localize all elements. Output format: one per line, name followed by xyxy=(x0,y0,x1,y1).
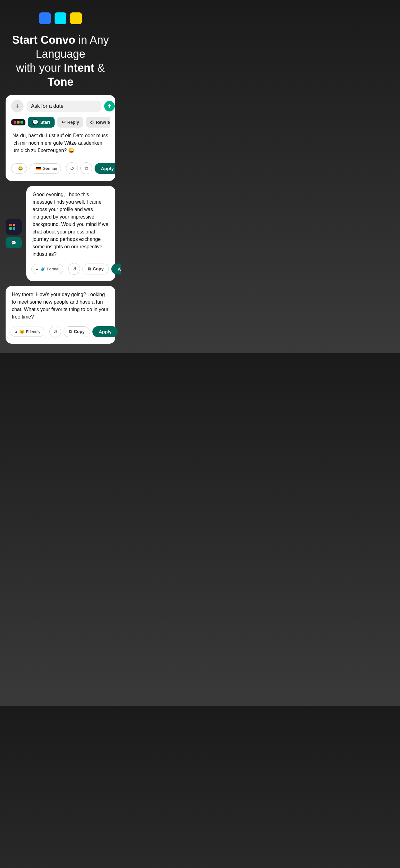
tab-stub-label: 💬 xyxy=(11,241,16,245)
search-input-wrap xyxy=(27,101,101,112)
dot-red xyxy=(14,121,16,124)
dot-cyan xyxy=(55,12,66,24)
apply-button-3[interactable]: Apply xyxy=(92,326,118,337)
tone-label-2: Formal xyxy=(47,267,59,271)
copy-label-3: Copy xyxy=(74,329,85,334)
copy-icon-1: ⧉ xyxy=(85,165,88,171)
tab-start-label: Start xyxy=(40,120,50,125)
app-dots-card2 xyxy=(9,224,18,230)
chevron-icon-1: › xyxy=(15,166,16,170)
copy-label-2: Copy xyxy=(93,266,104,271)
action-bar-2: ▲ 🧳 Formal ↺ ⧉ Copy Apply xyxy=(31,262,110,276)
headline: Start Convo in Any Language with your In… xyxy=(6,33,115,89)
app-icon-card2 xyxy=(6,219,22,235)
search-input[interactable] xyxy=(31,103,97,109)
action-bar-3: ▲ 😊 Friendly ↺ ⧉ Copy Apply xyxy=(10,324,110,339)
message-text-1: Na du, hast du Lust auf ein Date oder mu… xyxy=(11,132,110,159)
tone-emoji-2: 🧳 xyxy=(40,267,45,271)
start-icon: 💬 xyxy=(32,119,38,125)
apply-button-2[interactable]: Apply xyxy=(111,264,121,274)
refresh-icon-2: ↺ xyxy=(72,266,76,272)
language-chip[interactable]: › 🇩🇪 German xyxy=(29,163,61,174)
add-button[interactable]: + xyxy=(11,100,24,113)
dot-orange xyxy=(17,121,20,124)
reply-icon: ↩ xyxy=(61,119,65,125)
tone-chip-3[interactable]: ▲ 😊 Friendly xyxy=(10,327,44,337)
card-3: Hey there! How's your day going? Looking… xyxy=(6,286,115,344)
copy-icon-3: ⧉ xyxy=(69,329,72,334)
copy-button-3[interactable]: ⧉ Copy xyxy=(64,326,90,337)
rewrite-icon: ◇ xyxy=(90,119,94,125)
apply-button-1[interactable]: Apply xyxy=(95,163,115,174)
tone-emoji-1: 😂 xyxy=(18,166,23,171)
search-bar: + xyxy=(11,100,110,113)
headline-bold2: Intent xyxy=(64,61,94,74)
copy-button-1[interactable]: ⧉ xyxy=(80,162,92,174)
copy-button-2[interactable]: ⧉ Copy xyxy=(82,264,109,274)
tone-up-icon-3: ▲ xyxy=(14,330,18,333)
tab-rewrite[interactable]: ◇ Rewrite xyxy=(86,117,110,128)
chevron-icon-2: › xyxy=(33,166,35,170)
tone-emoji-3: 😊 xyxy=(20,330,25,334)
message-text-3: Hey there! How's your day going? Looking… xyxy=(10,291,110,324)
dot-yellow xyxy=(70,12,82,24)
tone-label-3: Friendly xyxy=(26,330,40,334)
refresh-icon-3: ↺ xyxy=(53,329,57,335)
dot-green xyxy=(21,121,23,124)
card-2: Good evening, I hope this message finds … xyxy=(26,186,115,281)
send-button[interactable] xyxy=(104,101,115,112)
dot-blue xyxy=(39,12,51,24)
card-1: + 💬 Start xyxy=(6,95,115,181)
refresh-button-2[interactable]: ↺ xyxy=(68,263,80,275)
tab-reply-label: Reply xyxy=(67,120,79,125)
tone-chip-1[interactable]: › 😂 xyxy=(11,163,27,174)
headline-bold1: Start Convo xyxy=(12,34,75,46)
action-bar-1: › 😂 › 🇩🇪 German ↺ ⧉ Apply xyxy=(11,159,110,176)
color-dots xyxy=(39,12,82,24)
refresh-button-3[interactable]: ↺ xyxy=(49,326,61,337)
copy-icon-2: ⧉ xyxy=(88,266,91,272)
tab-reply[interactable]: ↩ Reply xyxy=(57,117,84,128)
tab-dots-icon xyxy=(11,119,26,125)
header: Start Convo in Any Language with your In… xyxy=(0,0,121,95)
language-label: German xyxy=(42,166,57,171)
language-flag: 🇩🇪 xyxy=(36,166,41,171)
message-text-2: Good evening, I hope this message finds … xyxy=(31,191,110,262)
tab-start[interactable]: 💬 Start xyxy=(28,117,55,128)
tone-chip-2[interactable]: ▲ 🧳 Formal xyxy=(31,264,63,274)
tone-up-icon-2: ▲ xyxy=(35,267,39,271)
tab-bar: 💬 Start ↩ Reply ◇ Rewrite ⌨ xyxy=(11,117,110,128)
tab-rewrite-label: Rewrite xyxy=(96,120,110,125)
headline-bold3: Tone xyxy=(47,75,73,88)
tab-stub-card2[interactable]: 💬 xyxy=(6,237,22,248)
refresh-button-1[interactable]: ↺ xyxy=(66,162,78,174)
refresh-icon-1: ↺ xyxy=(70,165,74,172)
